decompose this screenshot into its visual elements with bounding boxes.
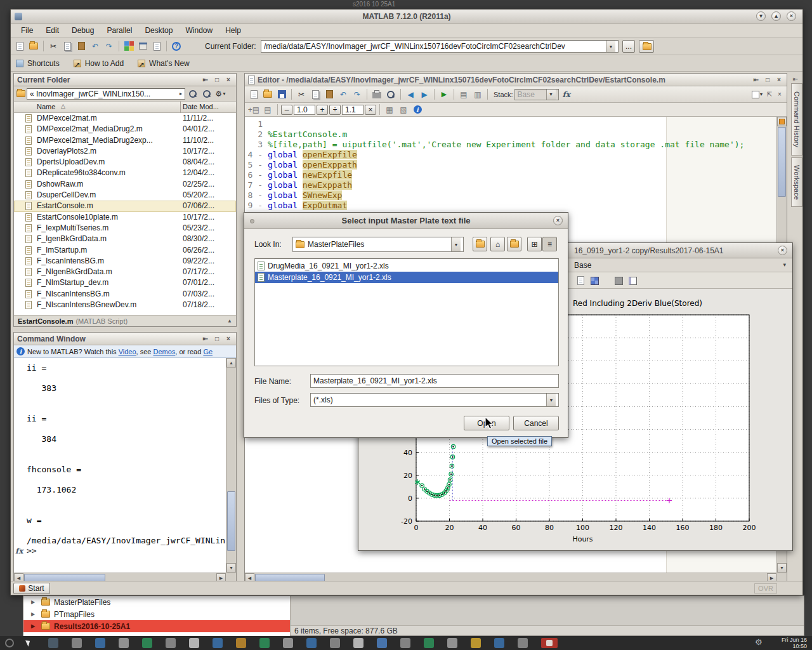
taskbar-icon[interactable] xyxy=(72,638,82,648)
open-button[interactable] xyxy=(261,88,274,101)
file-row[interactable]: F_NIscanIntensBG.m07/03/2... xyxy=(14,289,236,300)
code-line[interactable]: 7 -global newExppath xyxy=(245,180,776,190)
taskbar-icon[interactable] xyxy=(119,638,129,648)
panel-close-icon[interactable]: × xyxy=(775,76,783,84)
save-button[interactable] xyxy=(275,88,288,101)
dialog-file-list[interactable]: DrugMedia_16_0921_MI_yor1-2.xlsMasterpla… xyxy=(254,258,559,366)
list-view-button[interactable]: ≡ xyxy=(542,237,557,251)
matlab-titlebar[interactable]: MATLAB 7.12.0 (R2011a) ▾ ▴ × xyxy=(11,10,802,23)
taskbar-icon[interactable] xyxy=(306,638,317,648)
publish-settings-button[interactable]: ▧ xyxy=(397,103,410,116)
path-dropdown-arrow-icon[interactable]: ▼ xyxy=(606,41,615,52)
file-list-column-header[interactable]: Name △ Date Mod... xyxy=(14,102,236,113)
fm-folder-row[interactable]: ▶Results2016-10-25A1 xyxy=(23,620,290,632)
file-row[interactable]: F_NIgenBkGrdData.m07/17/2... xyxy=(14,267,236,277)
restore-icon[interactable]: □ xyxy=(213,76,221,84)
warning-marker[interactable] xyxy=(779,119,785,124)
cancel-button[interactable]: Cancel xyxy=(513,416,559,430)
shortcut-whats-new[interactable]: What's New xyxy=(149,59,190,68)
current-folder-combobox[interactable]: /media/data/EASY/InovImager_jwrCF_WINLin… xyxy=(261,40,619,53)
undo-button[interactable]: ↶ xyxy=(337,88,350,101)
command-window-header[interactable]: Command Window ⇤ □ × xyxy=(14,333,236,345)
taskbar-icon[interactable] xyxy=(189,638,199,648)
taskbar-icon[interactable] xyxy=(142,638,152,648)
file-row[interactable]: DMPexcel2mat_MediaDrug2.m04/01/2... xyxy=(14,124,236,135)
fm-folder-row[interactable]: ▶MasterPlateFiles xyxy=(23,596,290,608)
undo-button[interactable]: ↶ xyxy=(89,40,102,53)
dock-icon[interactable]: ⇤ xyxy=(752,76,761,84)
file-row[interactable]: F_NImStartup_dev.m07/01/2... xyxy=(14,277,236,288)
close-button[interactable]: × xyxy=(787,11,796,21)
simulink-button[interactable] xyxy=(122,40,135,53)
menu-edit[interactable]: Edit xyxy=(39,24,65,37)
new-script-button[interactable] xyxy=(247,88,260,101)
insert-cell-button[interactable]: +▤ xyxy=(247,103,260,116)
menu-window[interactable]: Window xyxy=(179,24,219,37)
redo-button[interactable]: ↷ xyxy=(103,40,115,53)
file-row[interactable]: F_ImStartup.m06/26/2... xyxy=(14,245,236,256)
dialog-titlebar[interactable]: Select input Master Plate text file × xyxy=(244,213,568,229)
code-line[interactable]: 4 -global openExpfile xyxy=(245,150,776,160)
address-expand-arrow-icon[interactable]: ▸ xyxy=(180,91,182,96)
expander-icon[interactable]: ▶ xyxy=(31,623,37,629)
file-row[interactable]: F_NIscanIntensBGnewDev.m07/18/2... xyxy=(14,300,236,310)
panel-close-icon[interactable]: × xyxy=(224,76,233,84)
code-line[interactable]: 1 xyxy=(245,119,776,129)
dialog-file-row[interactable]: DrugMedia_16_0921_MI_yor1-2.xls xyxy=(255,260,558,272)
figure-panel-button[interactable] xyxy=(626,274,639,287)
open-file-button[interactable] xyxy=(27,40,40,53)
panel-close-icon[interactable]: × xyxy=(224,335,233,343)
taskbar-icon[interactable] xyxy=(48,638,58,648)
file-row[interactable]: F_IexpMultiTseries.m05/23/2... xyxy=(14,223,236,234)
copy-button[interactable] xyxy=(61,40,74,53)
taskbar-icon[interactable] xyxy=(424,638,434,648)
file-details-bar[interactable]: EstartConsole.m (MATLAB Script) ▲ xyxy=(14,315,236,326)
search-button[interactable] xyxy=(187,88,199,100)
grid-view-button[interactable]: ⊞ xyxy=(527,237,542,251)
profiler-button[interactable] xyxy=(150,40,163,53)
up-folder-button[interactable]: ↑ xyxy=(639,40,654,53)
menu-desktop[interactable]: Desktop xyxy=(138,24,179,37)
menu-file[interactable]: File xyxy=(15,24,39,37)
help-button[interactable]: ? xyxy=(170,40,183,53)
decrement-button[interactable]: – xyxy=(281,105,292,115)
file-row[interactable]: F_IgenBkGrdData.m08/30/2... xyxy=(14,234,236,244)
taskbar-icon[interactable] xyxy=(95,638,105,648)
guide-button[interactable] xyxy=(136,40,149,53)
cut-button[interactable]: ✂ xyxy=(295,88,308,101)
pointer-icon[interactable] xyxy=(25,639,32,647)
split-editor-button[interactable]: ▼ xyxy=(751,88,764,101)
code-line[interactable]: 9 -global ExpOutmat xyxy=(245,201,776,211)
publish-button[interactable]: ▦ xyxy=(383,103,396,116)
clock[interactable]: Fri Jun 16 10:50 xyxy=(782,637,807,649)
current-folder-header[interactable]: Current Folder ⇤ □ × xyxy=(14,74,236,86)
taskbar-icon[interactable] xyxy=(447,638,457,648)
taskbar-icon[interactable] xyxy=(236,638,246,648)
command-output-area[interactable]: ii = 383 ii = 384 fhconsole = 173.1062 w… xyxy=(14,358,226,573)
dialog-close-button[interactable]: × xyxy=(553,216,563,225)
figure-new-button[interactable] xyxy=(574,274,587,287)
back-button[interactable]: ◀ xyxy=(404,88,417,101)
undock-editor-icon[interactable]: ⇱ xyxy=(765,90,774,99)
expander-icon[interactable]: ▶ xyxy=(31,599,37,605)
cell-mode-button[interactable]: ▤ xyxy=(457,88,470,101)
file-row[interactable]: DReplicate96to384conv.m12/04/2... xyxy=(14,168,236,178)
restore-icon[interactable]: □ xyxy=(213,335,221,343)
code-line[interactable]: 8 -global SWnewExp xyxy=(245,190,776,201)
taskbar-icon[interactable] xyxy=(283,638,293,648)
cell-eval-button[interactable]: ▥ xyxy=(471,88,484,101)
file-row[interactable]: DpertsUploadDev.m08/04/2... xyxy=(14,157,236,168)
command-vscrollbar[interactable]: ▲ ▼ xyxy=(226,358,236,573)
editor-header[interactable]: Editor - /media/data/EASY/InovImager_jwr… xyxy=(245,74,787,86)
print-button[interactable] xyxy=(370,88,383,101)
type-arrow-icon[interactable]: ▼ xyxy=(546,394,556,406)
multiply-button[interactable]: × xyxy=(365,105,376,115)
actions-button[interactable]: ⚙▼ xyxy=(214,88,227,100)
file-row[interactable]: F_IscanIntensBG.m09/22/2... xyxy=(14,256,236,267)
demos-link[interactable]: Demos xyxy=(154,348,176,355)
taskbar-icon[interactable] xyxy=(400,638,410,648)
command-prompt[interactable]: >> xyxy=(27,546,37,555)
video-link[interactable]: Video xyxy=(119,348,136,355)
dialog-file-row[interactable]: Masterplate_16_0921_MI_yor1-2.xls xyxy=(255,272,558,283)
files-of-type-combobox[interactable]: (*.xls) ▼ xyxy=(310,393,559,407)
